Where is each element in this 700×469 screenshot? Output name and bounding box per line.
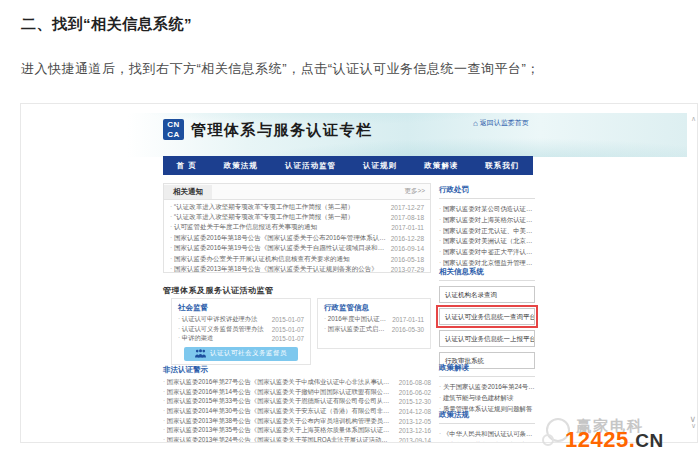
site-title: 管理体系与服务认证专栏: [191, 121, 373, 140]
system-link-agency-directory[interactable]: 认证机构名录查询: [439, 286, 535, 303]
interpretation-link[interactable]: 建筑节能与绿色建材解读: [439, 393, 535, 404]
system-link-unified-report-platform[interactable]: 认证认可业务信息统一上报平台: [439, 330, 535, 347]
warnings-title: 非法认证警示: [163, 365, 431, 375]
notice-title[interactable]: 国家认监委办公室关于开展认证机构信息核查有关要求的通知: [170, 255, 386, 264]
home-icon: ⌂: [473, 119, 478, 128]
social-supervision-title: 社会监督: [172, 299, 310, 315]
instruction-text: 进入快捷通道后，找到右下方“相关信息系统”，点击“认证认可业务信息统一查询平台”…: [21, 60, 700, 78]
list-item[interactable]: 申诉的渠道2015-01-07: [178, 334, 304, 344]
cnca-logo-icon: CN CA: [163, 119, 184, 140]
notice-title[interactable]: “认证改革进入攻坚期专项改革”专项工作组工作简报（第二期）: [170, 203, 386, 212]
list-item[interactable]: 国家认监委2013年第24号公告《国家认监委关于英国LRQA非法开展认证活动的公…: [163, 436, 431, 443]
logo-line-1: CN: [163, 120, 184, 130]
list-item[interactable]: “认证改革进入攻坚期专项改革”专项工作组工作简报（第二期）2017-12-27: [170, 202, 424, 212]
penalty-link[interactable]: 国家认监委对上海英格尔认证有...: [439, 215, 535, 226]
notice-title[interactable]: 认可监管处关于年度工作信息报送有关事项的通知: [170, 223, 386, 232]
notice-date: 2017-12-27: [391, 204, 424, 211]
illegal-certification-warnings-section: 非法认证警示 国家认监委2016年第27号公告《国家认监委关于中成伟业认证中心非…: [163, 365, 431, 443]
list-item[interactable]: 国家认监委2016年第19号公告《国家认监委关于自愿性认证领域目录和资质...2…: [170, 244, 424, 254]
main-nav: 首 页 政策法规 认证活动监管 认证规则 政策解读 联系我们: [163, 156, 533, 175]
system-link-unified-query-platform[interactable]: 认证认可业务信息统一查询平台: [439, 308, 535, 325]
notice-date: 2017-08-18: [391, 214, 424, 221]
warning-date: 2016-08-08: [399, 379, 431, 386]
regulation-link[interactable]: 《中华人民共和国产品质量法》...: [439, 440, 535, 443]
nav-item-policies[interactable]: 政策法规: [224, 161, 258, 171]
people-icon: [195, 349, 206, 358]
related-info-systems-section: 相关信息系统 认证机构名录查询 认证认可业务信息统一查询平台 认证认可业务信息统…: [439, 267, 535, 374]
warning-title[interactable]: 国家认监委2016年第27号公告《国家认监委关于中成伟业认证中心非法从事认证活动…: [163, 378, 394, 387]
penalties-list: 国家认监委对某公司伪造认证机构... 国家认监委对上海英格尔认证有... 国家认…: [439, 204, 535, 269]
penalty-link[interactable]: 国家认监委对正元认证、中美联合...: [439, 226, 535, 237]
admin-info-list: 2016年度中国认证机构发展报告2017-01-11 国家认监委正式启动认证市场…: [318, 315, 430, 334]
regulations-list: 《中华人民共和国认证认可条例》 《中华人民共和国产品质量法》...: [439, 429, 535, 443]
warning-title[interactable]: 国家认监委2013年第38号公告《国家认监委关于公布内审员培训机构管理委员会、中…: [163, 417, 394, 426]
watermark-tld: CN: [635, 430, 663, 451]
list-item[interactable]: 2016年度中国认证机构发展报告2017-01-11: [324, 315, 424, 325]
list-item[interactable]: 认证认可义务监督员管理办法2015-01-07: [178, 325, 304, 335]
notice-date: 2016-09-14: [391, 245, 424, 252]
list-item[interactable]: 国家认监委2016年第18号公告《国家认监委关于公布2016年管理体系认证统..…: [170, 233, 424, 243]
notice-title[interactable]: “认证改革进入攻坚期专项改革”专项工作组工作简报（第一期）: [170, 213, 386, 222]
list-item[interactable]: 国家认监委2014年第30号公告《国家认监委关于安东认证（香港）有限公司非法开展…: [163, 407, 431, 417]
warning-date: 2013-12-16: [399, 427, 431, 434]
nav-item-supervision[interactable]: 认证活动监管: [285, 161, 336, 171]
penalty-link[interactable]: 国家认监委对某公司伪造认证机构...: [439, 204, 535, 215]
list-item[interactable]: 国家认监委2013年第18号公告《国家认监委关于认证规则备案的公告》2013-0…: [170, 264, 424, 274]
notices-panel: 相关通知 更多>> “认证改革进入攻坚期专项改革”专项工作组工作简报（第二期）2…: [163, 183, 431, 273]
warning-date: 2013-09-14: [399, 437, 431, 443]
notice-title[interactable]: 国家认监委2013年第18号公告《国家认监委关于认证规则备案的公告》: [170, 265, 386, 274]
embedded-screenshot: CN CA 管理体系与服务认证专栏 ⌂ 返回认监委首页 首 页 政策法规 认证活…: [20, 103, 698, 443]
item-title[interactable]: 申诉的渠道: [178, 334, 267, 343]
social-supervision-list: 认证认可申诉投诉处理办法2015-01-07 认证认可义务监督员管理办法2015…: [172, 315, 310, 344]
notice-title[interactable]: 国家认监委2016年第18号公告《国家认监委关于公布2016年管理体系认证统..…: [170, 234, 386, 243]
item-date: 2017-01-11: [392, 316, 424, 323]
list-item[interactable]: 国家认监委办公室关于开展认证机构信息核查有关要求的通知2016-05-18: [170, 254, 424, 264]
social-supervisor-button[interactable]: 认证认可社会义务监督员: [184, 347, 298, 361]
notice-title[interactable]: 国家认监委2016年第19号公告《国家认监委关于自愿性认证领域目录和资质...: [170, 244, 386, 253]
supervision-section-title: 管理体系及服务认证活动监管: [163, 285, 274, 296]
penalty-link[interactable]: 国家认监委对美洲认证（北京）...: [439, 236, 535, 247]
warning-date: 2014-12-08: [399, 408, 431, 415]
item-title[interactable]: 认证认可义务监督员管理办法: [178, 325, 267, 334]
list-item[interactable]: “认证改革进入攻坚期专项改革”专项工作组工作简报（第一期）2017-08-18: [170, 212, 424, 222]
list-item[interactable]: 国家认监委2013年第38号公告《国家认监委关于公布内审员培训机构管理委员会、中…: [163, 416, 431, 426]
notices-tab[interactable]: 相关通知: [164, 185, 212, 199]
related-info-systems-title: 相关信息系统: [439, 267, 535, 281]
notices-more-link[interactable]: 更多>>: [404, 187, 430, 196]
warning-date: 2015-12-30: [399, 398, 431, 405]
policy-interpretation-section: 政策解读 关于国家认监委2016年第24号公... 建筑节能与绿色建材解读 质量…: [439, 363, 535, 414]
admin-info-panel: 行政监管信息 2016年度中国认证机构发展报告2017-01-11 国家认监委正…: [317, 298, 431, 349]
list-item[interactable]: 认可监管处关于年度工作信息报送有关事项的通知2017-01-11: [170, 223, 424, 233]
social-supervision-panel: 社会监督 认证认可申诉投诉处理办法2015-01-07 认证认可义务监督员管理办…: [171, 298, 311, 365]
item-date: 2016-05-30: [392, 326, 424, 333]
warning-title[interactable]: 国家认监委2016年第14号公告《国家认监委关于撤销中国国际认证联盟有限公司母公…: [163, 388, 394, 397]
home-link[interactable]: ⌂ 返回认监委首页: [473, 118, 529, 128]
list-item[interactable]: 国家认监委2016年第14号公告《国家认监委关于撤销中国国际认证联盟有限公司母公…: [163, 388, 431, 398]
item-title[interactable]: 2016年度中国认证机构发展报告: [324, 315, 387, 324]
nav-item-rules[interactable]: 认证规则: [363, 161, 397, 171]
warning-title[interactable]: 国家认监委2013年第35号公告《国家认监委关于上海英格尔质量体系国际认证部有限…: [163, 426, 394, 435]
nav-item-contact[interactable]: 联系我们: [485, 161, 519, 171]
nav-item-interpretation[interactable]: 政策解读: [424, 161, 458, 171]
warning-title[interactable]: 国家认监委2013年第24号公告《国家认监委关于英国LRQA非法开展认证活动的公…: [163, 436, 394, 443]
warning-title[interactable]: 国家认监委2015年第33号公告《国家认监委关于恩德斯认证有限公司母公司从事非法…: [163, 397, 394, 406]
notice-date: 2016-05-18: [391, 256, 424, 263]
item-title[interactable]: 认证认可申诉投诉处理办法: [178, 315, 267, 324]
list-item[interactable]: 国家认监委2015年第33号公告《国家认监委关于恩德斯认证有限公司母公司从事非法…: [163, 397, 431, 407]
nav-item-home[interactable]: 首 页: [177, 161, 197, 171]
penalty-link[interactable]: 国家认监委对中鉴正大平洋认证...: [439, 247, 535, 258]
warnings-list: 国家认监委2016年第27号公告《国家认监委关于中成伟业认证中心非法从事认证活动…: [163, 378, 431, 443]
interpretation-link[interactable]: 关于国家认监委2016年第24号公...: [439, 382, 535, 393]
watermark-caret-icon: ∨: [689, 414, 696, 424]
penalties-section: 行政处罚 国家认监委对某公司伪造认证机构... 国家认监委对上海英格尔认证有..…: [439, 185, 535, 269]
list-item[interactable]: 认证认可申诉投诉处理办法2015-01-07: [178, 315, 304, 325]
regulation-link[interactable]: 《中华人民共和国认证认可条例》: [439, 429, 535, 440]
penalties-title: 行政处罚: [439, 185, 535, 199]
warning-title[interactable]: 国家认监委2014年第30号公告《国家认监委关于安东认证（香港）有限公司非法开展…: [163, 407, 394, 416]
scroll-up-icon[interactable]: ∧: [691, 115, 696, 123]
list-item[interactable]: 国家认监委正式启动认证市场监督检...2016-05-30: [324, 325, 424, 335]
notices-list: “认证改革进入攻坚期专项改革”专项工作组工作简报（第二期）2017-12-27 …: [164, 202, 430, 275]
item-title[interactable]: 国家认监委正式启动认证市场监督检...: [324, 325, 387, 334]
list-item[interactable]: 国家认监委2013年第35号公告《国家认监委关于上海英格尔质量体系国际认证部有限…: [163, 426, 431, 436]
list-item[interactable]: 国家认监委2016年第27号公告《国家认监委关于中成伟业认证中心非法从事认证活动…: [163, 378, 431, 388]
